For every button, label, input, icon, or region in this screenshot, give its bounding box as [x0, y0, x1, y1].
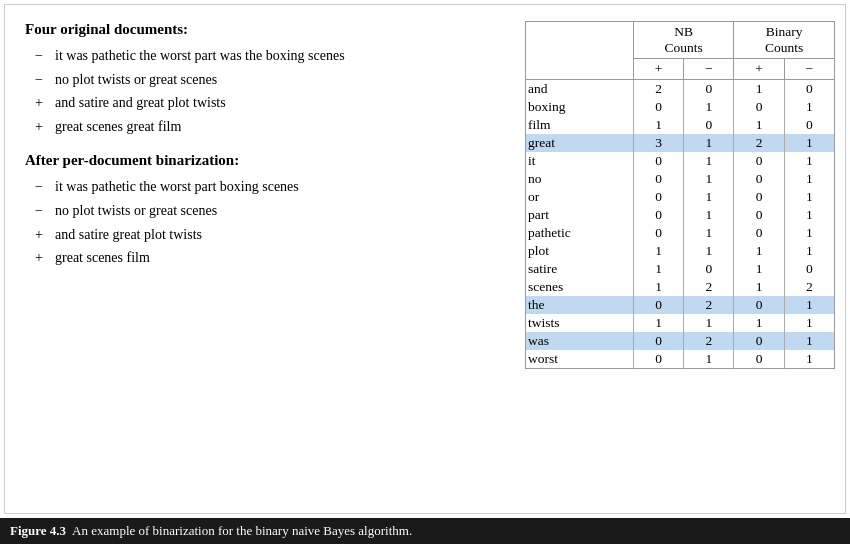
list-text: no plot twists or great scenes — [55, 201, 217, 221]
bin-pos-cell: 2 — [734, 134, 784, 152]
bin-neg-cell: 1 — [784, 224, 834, 242]
nb-minus-header: − — [684, 59, 734, 80]
word-cell: no — [526, 170, 634, 188]
bin-pos-cell: 1 — [734, 80, 784, 99]
bin-neg-cell: 1 — [784, 152, 834, 170]
word-cell: great — [526, 134, 634, 152]
list-marker: + — [35, 248, 51, 268]
bin-pos-cell: 0 — [734, 152, 784, 170]
word-cell: and — [526, 80, 634, 99]
list-item: −it was pathetic the worst part was the … — [35, 46, 513, 66]
bin-pos-cell: 0 — [734, 206, 784, 224]
nb-neg-cell: 1 — [684, 170, 734, 188]
list-marker: + — [35, 117, 51, 137]
nb-neg-cell: 1 — [684, 314, 734, 332]
list-item: −no plot twists or great scenes — [35, 70, 513, 90]
nb-pos-cell: 1 — [633, 242, 683, 260]
bin-pos-cell: 0 — [734, 98, 784, 116]
nb-neg-cell: 1 — [684, 350, 734, 369]
word-cell: scenes — [526, 278, 634, 296]
table-row: it 0 1 0 1 — [526, 152, 835, 170]
bin-pos-cell: 0 — [734, 296, 784, 314]
table-row: film 1 0 1 0 — [526, 116, 835, 134]
list-text: and satire and great plot twists — [55, 93, 226, 113]
word-cell: it — [526, 152, 634, 170]
word-cell: plot — [526, 242, 634, 260]
list-text: no plot twists or great scenes — [55, 70, 217, 90]
word-cell: boxing — [526, 98, 634, 116]
bin-neg-cell: 1 — [784, 170, 834, 188]
bin-pos-cell: 1 — [734, 242, 784, 260]
nb-pos-cell: 0 — [633, 170, 683, 188]
list-item: +and satire great plot twists — [35, 225, 513, 245]
nb-pos-cell: 1 — [633, 278, 683, 296]
caption-text: An example of binarization for the binar… — [72, 523, 412, 539]
word-cell: the — [526, 296, 634, 314]
word-cell: was — [526, 332, 634, 350]
binary-header: BinaryCounts — [734, 22, 835, 59]
table-row: boxing 0 1 0 1 — [526, 98, 835, 116]
list-marker: + — [35, 225, 51, 245]
table-row: plot 1 1 1 1 — [526, 242, 835, 260]
table-row: part 0 1 0 1 — [526, 206, 835, 224]
bin-pos-cell: 0 — [734, 332, 784, 350]
list-marker: + — [35, 93, 51, 113]
table-row: satire 1 0 1 0 — [526, 260, 835, 278]
bin-neg-cell: 2 — [784, 278, 834, 296]
table-row: pathetic 0 1 0 1 — [526, 224, 835, 242]
word-cell: twists — [526, 314, 634, 332]
bin-minus-header: − — [784, 59, 834, 80]
nb-neg-cell: 1 — [684, 242, 734, 260]
nb-pos-cell: 1 — [633, 260, 683, 278]
figure-label: Figure 4.3 — [10, 523, 66, 539]
nb-pos-cell: 0 — [633, 296, 683, 314]
nb-pos-cell: 2 — [633, 80, 683, 99]
bin-neg-cell: 1 — [784, 296, 834, 314]
table-row: twists 1 1 1 1 — [526, 314, 835, 332]
list-text: great scenes great film — [55, 117, 181, 137]
count-table: NBCounts BinaryCounts + − + − and 2 0 1 … — [525, 21, 835, 369]
list-marker: − — [35, 201, 51, 221]
bin-neg-cell: 1 — [784, 242, 834, 260]
list-item: +great scenes film — [35, 248, 513, 268]
word-cell: part — [526, 206, 634, 224]
bin-neg-cell: 0 — [784, 116, 834, 134]
section1-doc-list: −it was pathetic the worst part was the … — [25, 46, 513, 136]
word-col-header — [526, 22, 634, 59]
nb-neg-cell: 2 — [684, 278, 734, 296]
table-row: scenes 1 2 1 2 — [526, 278, 835, 296]
nb-pos-cell: 0 — [633, 224, 683, 242]
nb-neg-cell: 1 — [684, 188, 734, 206]
bin-pos-cell: 0 — [734, 170, 784, 188]
nb-neg-cell: 1 — [684, 134, 734, 152]
word-cell: worst — [526, 350, 634, 369]
table-row: no 0 1 0 1 — [526, 170, 835, 188]
bin-pos-cell: 0 — [734, 350, 784, 369]
bin-neg-cell: 1 — [784, 206, 834, 224]
nb-plus-header: + — [633, 59, 683, 80]
main-container: Four original documents: −it was patheti… — [4, 4, 846, 514]
left-panel: Four original documents: −it was patheti… — [25, 21, 525, 503]
list-item: +and satire and great plot twists — [35, 93, 513, 113]
section2-title: After per-document binarization: — [25, 152, 513, 169]
word-col-sub — [526, 59, 634, 80]
list-text: and satire great plot twists — [55, 225, 202, 245]
section1-title: Four original documents: — [25, 21, 513, 38]
nb-pos-cell: 0 — [633, 98, 683, 116]
nb-pos-cell: 0 — [633, 332, 683, 350]
nb-neg-cell: 0 — [684, 116, 734, 134]
bin-neg-cell: 1 — [784, 314, 834, 332]
list-text: it was pathetic the worst part was the b… — [55, 46, 345, 66]
bin-neg-cell: 1 — [784, 134, 834, 152]
nb-neg-cell: 1 — [684, 224, 734, 242]
bin-pos-cell: 1 — [734, 314, 784, 332]
word-cell: pathetic — [526, 224, 634, 242]
word-cell: or — [526, 188, 634, 206]
bin-pos-cell: 0 — [734, 188, 784, 206]
bin-pos-cell: 1 — [734, 260, 784, 278]
nb-pos-cell: 1 — [633, 314, 683, 332]
table-header-top: NBCounts BinaryCounts — [526, 22, 835, 59]
nb-neg-cell: 0 — [684, 260, 734, 278]
table-row: was 0 2 0 1 — [526, 332, 835, 350]
list-text: great scenes film — [55, 248, 150, 268]
